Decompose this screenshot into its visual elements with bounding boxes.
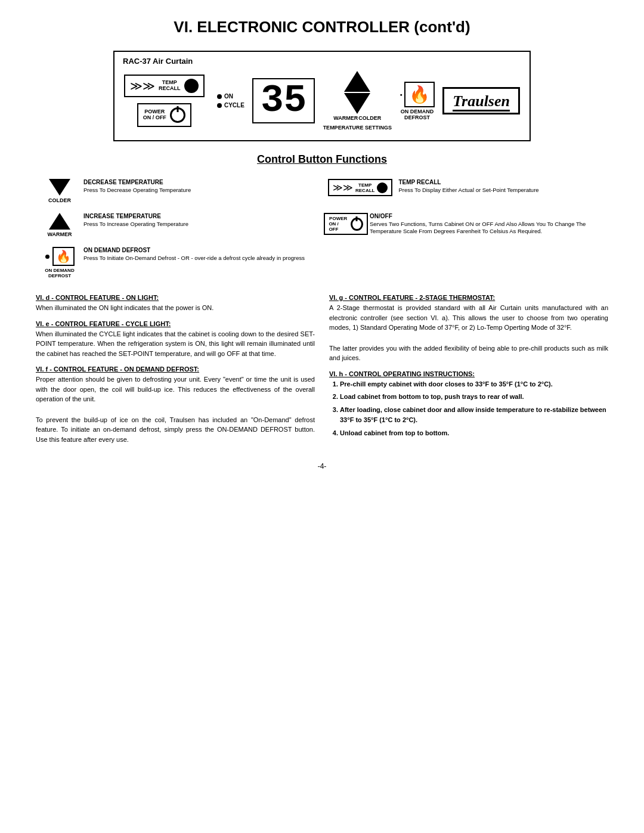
warmer-label: WARMER: [333, 115, 358, 121]
vie-heading: VI. e - CONTROL FEATURE - CYCLE LIGHT:: [36, 320, 315, 327]
power-btn[interactable]: POWERON / OFF: [137, 103, 191, 127]
power-label: POWERON / OFF: [143, 109, 166, 121]
temp-recall-circle: [184, 79, 199, 93]
temp-settings-label: TEMPERATURE SETTINGS: [323, 125, 392, 131]
instruction-4: Unload cabinet from top to bottom.: [340, 428, 608, 439]
temp-recall-sm-btn[interactable]: ≫≫ TEMP RECALL: [328, 179, 392, 196]
vif-text: Proper attention should be given to defr…: [36, 374, 315, 404]
power-onoff-item: POWER ON / OFF ON/OFF Serves Two Functio…: [322, 208, 608, 242]
on-demand-defrost-text: ON DEMAND DEFROST Press To Initiate On-D…: [83, 247, 305, 262]
temp-recall-group: ≫≫ TEMPRECALL: [124, 75, 205, 97]
vie-section: VI. e - CONTROL FEATURE - CYCLE LIGHT: W…: [36, 320, 315, 359]
vif-heading: VI. f - CONTROL FEATURE - ON DEMAND DEFR…: [36, 366, 315, 373]
power-btn-group: POWERON / OFF: [137, 103, 191, 127]
decrease-temp-desc: Press To Decrease Operating Temperature: [83, 187, 191, 194]
instruction-2: Load cabinet from bottom to top, push tr…: [340, 392, 608, 402]
temp-recall-btn[interactable]: ≫≫ TEMPRECALL: [124, 75, 205, 97]
instruction-3: After loading, close cabinet door and al…: [340, 405, 608, 426]
power-sm-label: POWER ON / OFF: [329, 216, 348, 232]
on-demand-defrost-desc: Press To Initiate On-Demand Defrost - OR…: [83, 255, 305, 262]
vid-section: VI. d - CONTROL FEATURE - ON LIGHT: When…: [36, 294, 315, 313]
cycle-dot: [217, 103, 222, 108]
defrost-dot-sm: [45, 255, 49, 259]
vid-heading: VI. d - CONTROL FEATURE - ON LIGHT:: [36, 294, 315, 301]
right-col: VI. g - CONTROL FEATURE - 2-STAGE THERMO…: [329, 294, 608, 451]
page-title: VI. ELECTRONIC CONTROLLER (cont'd): [36, 18, 608, 36]
increase-arrow-icon: [49, 213, 70, 230]
increase-temp-icon-area: WARMER: [42, 213, 78, 237]
power-icon: [170, 107, 185, 123]
decrease-temp-row: COLDER DECREASE TEMPERATURE Press To Dec…: [42, 179, 191, 203]
increase-temp-item: WARMER INCREASE TEMPERATURE Press To Inc…: [36, 208, 322, 242]
section-title: Control Button Functions: [36, 153, 608, 166]
left-col: VI. d - CONTROL FEATURE - ON LIGHT: When…: [36, 294, 315, 451]
vig-text2: The latter provides you with the added f…: [329, 343, 608, 363]
vig-heading: VI. g - CONTROL FEATURE - 2-STAGE THERMO…: [329, 294, 608, 301]
controller-diagram: RAC-37 Air Curtain ≫≫ TEMPRECALL POWERON…: [113, 51, 531, 141]
decrease-temp-title: DECREASE TEMPERATURE: [83, 179, 191, 185]
decrease-temp-item: COLDER DECREASE TEMPERATURE Press To Dec…: [36, 174, 322, 208]
vie-text: When illuminated the CYCLE light indicat…: [36, 329, 315, 359]
instruction-1: Pre-chill empty cabinet with door closes…: [340, 379, 608, 390]
on-cycle-indicators: ON CYCLE: [217, 93, 244, 109]
vig-text: A 2-Stage thermostat is provided standar…: [329, 303, 608, 333]
warmer-arrow[interactable]: [344, 71, 370, 92]
decrease-arrow-icon: [49, 179, 70, 196]
power-onoff-row: POWER ON / OFF ON/OFF Serves Two Functio…: [328, 213, 602, 236]
on-demand-defrost-btn[interactable]: ● 🔥 ON DEMANDDEFROST: [400, 82, 434, 120]
traulsen-logo: Traulsen: [442, 87, 520, 114]
wave-sm-icon: ≫≫: [333, 182, 353, 193]
power-onoff-icon-area: POWER ON / OFF: [328, 213, 364, 235]
temp-arrows-group: WARMER COLDER TEMPERATURE SETTINGS: [323, 71, 392, 131]
colder-arrow[interactable]: [344, 93, 370, 114]
on-dot: [217, 94, 222, 99]
vih-instructions: Pre-chill empty cabinet with door closes…: [329, 379, 608, 439]
decrease-temp-icon-area: COLDER: [42, 179, 78, 203]
traulsen-logo-area: Traulsen: [442, 87, 520, 114]
increase-temp-text: INCREASE TEMPERATURE Press To Increase O…: [83, 213, 188, 228]
vid-text: When illuminated the ON light indicates …: [36, 303, 315, 313]
temp-recall-func-desc: Press To Display Either Actual or Set-Po…: [398, 187, 538, 194]
paragraph-sections: VI. d - CONTROL FEATURE - ON LIGHT: When…: [36, 294, 608, 451]
wave-icon: ≫≫: [130, 79, 155, 93]
temp-recall-icon-area: ≫≫ TEMP RECALL: [328, 179, 392, 196]
defrost-sm-icon: 🔥: [52, 247, 75, 266]
page-number: -4-: [36, 462, 608, 470]
rac-label: RAC-37 Air Curtain: [123, 57, 193, 66]
power-sm-btn[interactable]: POWER ON / OFF: [324, 213, 367, 235]
vif-text2: To prevent the build-up of ice on the co…: [36, 415, 315, 445]
control-button-functions-grid: COLDER DECREASE TEMPERATURE Press To Dec…: [36, 174, 608, 283]
on-demand-label: ON DEMANDDEFROST: [401, 109, 434, 120]
temp-recall-text: TEMP RECALL Press To Display Either Actu…: [398, 179, 538, 194]
vif-section: VI. f - CONTROL FEATURE - ON DEMAND DEFR…: [36, 366, 315, 444]
temp-recall-row: ≫≫ TEMP RECALL TEMP RECALL Press To Disp…: [328, 179, 539, 196]
warmer-colder-labels: WARMER COLDER: [333, 115, 381, 121]
on-indicator: ON: [217, 93, 244, 100]
temperature-display: 35: [252, 78, 315, 123]
increase-temp-desc: Press To Increase Operating Temperature: [83, 221, 188, 228]
tr-label-sm: TEMP RECALL: [355, 182, 374, 193]
temp-recall-label: TEMPRECALL: [159, 80, 181, 92]
cycle-indicator: CYCLE: [217, 102, 244, 109]
on-demand-defrost-title: ON DEMAND DEFROST: [83, 247, 305, 253]
defrost-icon-row: 🔥: [45, 247, 75, 266]
power-icon-sm: [351, 218, 363, 231]
decrease-temp-text: DECREASE TEMPERATURE Press To Decrease O…: [83, 179, 191, 194]
warmer-icon-label: WARMER: [48, 231, 72, 237]
ctrl-left: ≫≫ TEMPRECALL POWERON / OFF: [124, 75, 205, 127]
on-demand-defrost-row: 🔥 ON DEMANDDEFROST ON DEMAND DEFROST Pre…: [42, 247, 305, 278]
power-onoff-desc: Serves Two Functions, Turns Cabinet ON o…: [370, 221, 602, 236]
power-onoff-title: ON/OFF: [370, 213, 602, 219]
defrost-icon: 🔥: [404, 82, 435, 107]
power-onoff-text: ON/OFF Serves Two Functions, Turns Cabin…: [370, 213, 602, 236]
vih-heading: VI. h - CONTROL OPERATING INSTRUCTIONS:: [329, 370, 608, 377]
colder-label: COLDER: [358, 115, 381, 121]
temp-recall-func-title: TEMP RECALL: [398, 179, 538, 185]
vig-section: VI. g - CONTROL FEATURE - 2-STAGE THERMO…: [329, 294, 608, 363]
increase-temp-title: INCREASE TEMPERATURE: [83, 213, 188, 219]
vih-section: VI. h - CONTROL OPERATING INSTRUCTIONS: …: [329, 370, 608, 439]
on-demand-icon-row: ● 🔥: [400, 82, 434, 107]
on-demand-dot: ●: [400, 92, 402, 97]
on-demand-defrost-icon-area: 🔥 ON DEMANDDEFROST: [42, 247, 78, 278]
temp-recall-item: ≫≫ TEMP RECALL TEMP RECALL Press To Disp…: [322, 174, 608, 208]
